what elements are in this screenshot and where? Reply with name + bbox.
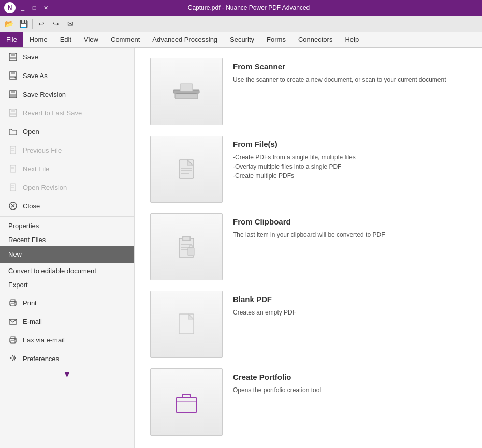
sidebar-section-convert[interactable]: Convert to editable document <box>0 263 134 277</box>
fax-label: Fax via e-mail <box>23 336 65 344</box>
svg-rect-48 <box>188 248 194 256</box>
preferences-label: Preferences <box>23 355 59 363</box>
redo-btn[interactable]: ↪ <box>49 17 63 31</box>
sidebar-scroll-arrow[interactable]: ▼ <box>0 368 134 381</box>
open-revision-label: Open Revision <box>23 184 67 191</box>
menu-forms[interactable]: Forms <box>260 32 292 47</box>
new-item-blank-pdf[interactable]: Blank PDF Creates an empty PDF <box>150 291 466 358</box>
menu-comment[interactable]: Comment <box>105 32 146 47</box>
svg-rect-37 <box>180 84 193 91</box>
print-icon <box>8 298 18 307</box>
sidebar-item-close[interactable]: Close <box>0 197 134 215</box>
sidebar-section-new[interactable]: New <box>0 246 134 263</box>
from-files-desc: -Create PDFs from a single file, multipl… <box>233 153 466 181</box>
toolbar: 📂 💾 ↩ ↪ ✉ <box>0 16 482 32</box>
save-label: Save <box>23 53 38 61</box>
sidebar-item-print[interactable]: Print <box>0 293 134 312</box>
svg-rect-8 <box>10 94 16 97</box>
from-files-title: From File(s) <box>233 140 466 148</box>
menu-edit[interactable]: Edit <box>54 32 78 47</box>
undo-btn[interactable]: ↩ <box>35 17 48 31</box>
svg-point-27 <box>14 302 16 303</box>
svg-rect-50 <box>176 398 197 412</box>
svg-rect-36 <box>176 93 197 94</box>
sidebar-item-email[interactable]: E-mail <box>0 312 134 331</box>
revert-icon <box>8 108 18 117</box>
create-portfolio-title: Create Portfolio <box>233 372 466 381</box>
fax-icon <box>8 335 18 345</box>
content-area: From Scanner Use the scanner to create a… <box>135 48 482 448</box>
menu-advanced-processing[interactable]: Advanced Processing <box>146 32 224 47</box>
svg-rect-10 <box>11 109 15 112</box>
sidebar-item-next-file: Next File <box>0 159 134 178</box>
open-icon <box>8 127 18 136</box>
main-layout: Save Save As Sa <box>0 48 482 448</box>
create-portfolio-desc: Opens the portfolio creation tool <box>233 385 466 395</box>
sidebar-item-save-revision[interactable]: Save Revision <box>0 85 134 103</box>
new-item-create-portfolio[interactable]: Create Portfolio Opens the portfolio cre… <box>150 368 466 436</box>
svg-rect-7 <box>11 91 15 93</box>
preferences-icon <box>8 354 18 363</box>
blank-pdf-desc: Creates an empty PDF <box>233 308 466 317</box>
new-item-from-clipboard[interactable]: From Clipboard The last item in your cli… <box>150 213 466 280</box>
blank-pdf-title: Blank PDF <box>233 295 466 304</box>
email-icon <box>8 317 18 326</box>
previous-file-label: Previous File <box>23 146 62 154</box>
app-logo: N <box>4 2 16 13</box>
window-close-btn[interactable]: ✕ <box>40 3 51 13</box>
blank-pdf-icon-box <box>150 291 223 358</box>
window-control-btn[interactable]: _ <box>18 3 28 13</box>
svg-rect-11 <box>10 113 16 115</box>
svg-rect-30 <box>11 341 15 343</box>
sidebar-section-export[interactable]: Export <box>0 277 134 291</box>
window-maximize-btn[interactable]: □ <box>29 3 39 13</box>
open-label: Open <box>23 128 39 136</box>
revert-label: Revert to Last Save <box>23 109 82 117</box>
email-btn[interactable]: ✉ <box>64 17 77 31</box>
save-btn[interactable]: 💾 <box>17 17 30 31</box>
toolbar-separator-1 <box>32 19 33 29</box>
svg-rect-44 <box>183 237 189 240</box>
from-files-icon-box <box>150 136 223 203</box>
sidebar-item-fax[interactable]: Fax via e-mail <box>0 331 134 349</box>
sidebar-item-open[interactable]: Open <box>0 122 134 141</box>
previous-file-icon <box>8 145 18 155</box>
sidebar-section-properties[interactable]: Properties <box>0 218 134 232</box>
menu-file[interactable]: File <box>0 32 23 47</box>
menu-security[interactable]: Security <box>224 32 260 47</box>
new-item-from-files[interactable]: From File(s) -Create PDFs from a single … <box>150 136 466 203</box>
sidebar-section-recent-files[interactable]: Recent Files <box>0 232 134 246</box>
from-clipboard-desc: The last item in your clipboard will be … <box>233 230 466 240</box>
save-icon <box>8 52 18 62</box>
sidebar-item-save[interactable]: Save <box>0 48 134 66</box>
menu-view[interactable]: View <box>78 32 105 47</box>
svg-rect-38 <box>179 160 194 178</box>
from-files-info: From File(s) -Create PDFs from a single … <box>233 136 466 181</box>
menu-connectors[interactable]: Connectors <box>292 32 339 47</box>
email-label: E-mail <box>23 318 42 325</box>
menu-home[interactable]: Home <box>23 32 54 47</box>
svg-point-33 <box>12 357 14 359</box>
sidebar: Save Save As Sa <box>0 48 135 448</box>
sidebar-item-preferences[interactable]: Preferences <box>0 349 134 368</box>
save-revision-icon <box>8 89 18 99</box>
sidebar-item-open-revision: Open Revision <box>0 178 134 197</box>
svg-rect-1 <box>11 53 15 56</box>
svg-rect-25 <box>11 304 15 306</box>
new-item-from-scanner[interactable]: From Scanner Use the scanner to create a… <box>150 58 466 125</box>
sidebar-item-save-as[interactable]: Save As <box>0 66 134 85</box>
open-folder-btn[interactable]: 📂 <box>2 17 16 31</box>
save-revision-label: Save Revision <box>23 91 66 98</box>
print-label: Print <box>23 299 37 307</box>
from-scanner-icon-box <box>150 58 223 125</box>
blank-pdf-info: Blank PDF Creates an empty PDF <box>233 291 466 317</box>
title-bar-controls: _ □ ✕ <box>18 3 51 13</box>
sidebar-divider-2 <box>0 292 134 292</box>
title-bar: N _ □ ✕ Capture.pdf - Nuance Power PDF A… <box>0 0 482 16</box>
menu-help[interactable]: Help <box>339 32 365 47</box>
from-clipboard-icon-box <box>150 213 223 280</box>
from-clipboard-title: From Clipboard <box>233 217 466 226</box>
window-title: Capture.pdf - Nuance Power PDF Advanced <box>188 4 310 11</box>
new-label: New <box>8 250 22 258</box>
title-bar-left: N _ □ ✕ <box>4 2 51 13</box>
